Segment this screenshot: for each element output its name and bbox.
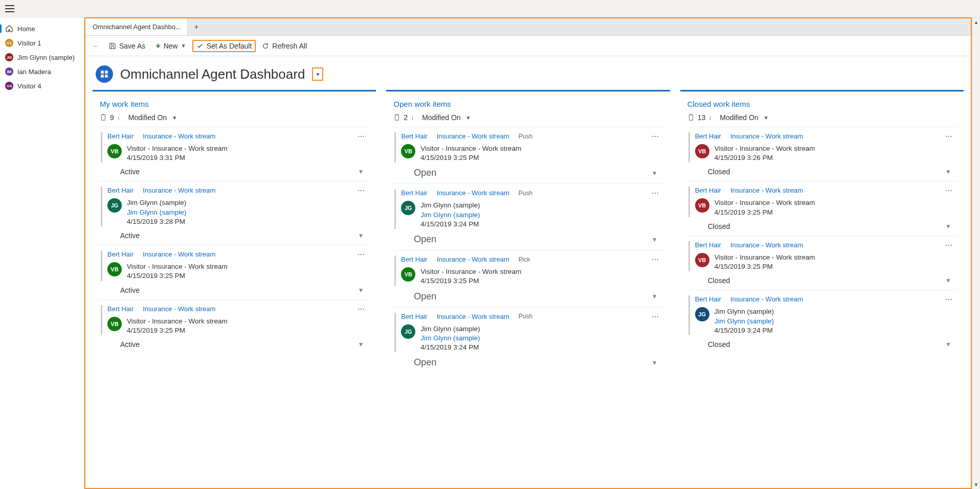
card-subject: Visitor - Insurance - Work stream [715, 253, 815, 262]
work-item-card[interactable]: ⋯Bert HairInsurance - Work streamVBVisit… [685, 127, 957, 181]
scroll-down-icon[interactable]: ▼ [974, 482, 978, 487]
refresh-all-button[interactable]: Refresh All [258, 40, 311, 52]
chevron-down-icon[interactable]: ▼ [652, 236, 658, 243]
card-contact-link[interactable]: Jim Glynn (sample) [127, 208, 186, 217]
card-stream-link[interactable]: Insurance - Work stream [143, 132, 215, 140]
column-select-toggle[interactable]: 2↓ [393, 113, 414, 122]
card-more-icon[interactable]: ⋯ [945, 295, 953, 304]
card-more-icon[interactable]: ⋯ [652, 313, 660, 321]
work-item-card[interactable]: ⋯Bert HairInsurance - Work streamPushJGJ… [391, 183, 663, 250]
card-owner-link[interactable]: Bert Hair [695, 187, 721, 194]
tab-dashboard[interactable]: Omnichannel Agent Dashbo... [85, 18, 188, 35]
nav-home[interactable]: Home [0, 21, 84, 36]
card-owner-link[interactable]: Bert Hair [401, 189, 427, 197]
chevron-down-icon[interactable]: ▼ [652, 170, 658, 177]
card-more-icon[interactable]: ⋯ [945, 241, 953, 249]
chevron-down-icon[interactable]: ▼ [652, 293, 658, 300]
column-sort[interactable]: Modified On▼ [720, 113, 768, 122]
card-more-icon[interactable]: ⋯ [652, 132, 660, 141]
card-more-icon[interactable]: ⋯ [652, 189, 660, 197]
card-more-icon[interactable]: ⋯ [945, 132, 953, 141]
set-default-button[interactable]: Set As Default [192, 40, 256, 52]
column-select-toggle[interactable]: 9↓ [100, 113, 120, 122]
card-owner-link[interactable]: Bert Hair [107, 305, 133, 313]
nav-session-label: Visitor 1 [17, 39, 41, 47]
card-more-icon[interactable]: ⋯ [358, 132, 366, 141]
card-more-icon[interactable]: ⋯ [358, 250, 366, 259]
column-sort[interactable]: Modified On▼ [422, 113, 471, 122]
card-stream-link[interactable]: Insurance - Work stream [437, 255, 509, 263]
card-stream-link[interactable]: Insurance - Work stream [143, 250, 215, 258]
card-more-icon[interactable]: ⋯ [358, 305, 366, 313]
chevron-down-icon[interactable]: ▼ [358, 287, 364, 294]
work-item-card[interactable]: ⋯Bert HairInsurance - Work streamPickVBV… [391, 250, 663, 307]
card-stream-link[interactable]: Insurance - Work stream [143, 305, 215, 313]
card-owner-link[interactable]: Bert Hair [107, 250, 133, 258]
card-owner-link[interactable]: Bert Hair [107, 132, 133, 140]
column-title: My work items [100, 100, 369, 108]
chevron-down-icon[interactable]: ▼ [358, 168, 364, 175]
new-label: New [164, 42, 178, 50]
work-item-card[interactable]: ⋯Bert HairInsurance - Work streamJGJim G… [98, 181, 370, 245]
chevron-down-icon[interactable]: ▼ [945, 168, 951, 175]
card-status: Closed [708, 276, 730, 285]
work-item-card[interactable]: ⋯Bert HairInsurance - Work streamPushVBV… [391, 127, 663, 183]
nav-session[interactable]: V1Visitor 1 [0, 36, 84, 50]
work-item-card[interactable]: ⋯Bert HairInsurance - Work streamVBVisit… [98, 245, 370, 299]
column-meta: 13↓Modified On▼ [685, 113, 959, 127]
card-owner-link[interactable]: Bert Hair [695, 132, 721, 140]
work-item-card[interactable]: ⋯Bert HairInsurance - Work streamVBVisit… [98, 127, 370, 181]
hamburger-menu-icon[interactable] [5, 5, 14, 12]
card-owner-link[interactable]: Bert Hair [695, 241, 721, 249]
card-stream-link[interactable]: Insurance - Work stream [437, 313, 509, 320]
tab-strip: Omnichannel Agent Dashbo... + [85, 18, 971, 36]
work-item-card[interactable]: ⋯Bert HairInsurance - Work streamVBVisit… [98, 299, 370, 354]
work-item-card[interactable]: ⋯Bert HairInsurance - Work streamVBVisit… [685, 181, 957, 235]
card-more-icon[interactable]: ⋯ [945, 187, 953, 195]
new-button[interactable]: + New ▼ [151, 39, 190, 53]
card-contact-link[interactable]: Jim Glynn (sample) [715, 317, 774, 326]
card-owner-link[interactable]: Bert Hair [401, 132, 427, 140]
column-select-toggle[interactable]: 13↓ [687, 113, 712, 122]
chevron-down-icon[interactable]: ▼ [358, 232, 364, 239]
work-item-card[interactable]: ⋯Bert HairInsurance - Work streamPushJGJ… [391, 307, 663, 374]
nav-session[interactable]: IMIan Madera [0, 64, 84, 79]
work-item-card[interactable]: ⋯Bert HairInsurance - Work streamVBVisit… [685, 236, 957, 290]
chevron-down-icon[interactable]: ▼ [652, 359, 658, 366]
back-icon[interactable]: ← [90, 42, 103, 50]
card-owner-link[interactable]: Bert Hair [401, 255, 427, 263]
chevron-down-icon[interactable]: ▼ [358, 341, 364, 348]
card-stream-link[interactable]: Insurance - Work stream [730, 187, 803, 194]
card-owner-link[interactable]: Bert Hair [695, 295, 721, 303]
card-contact-link[interactable]: Jim Glynn (sample) [420, 211, 480, 220]
nav-session[interactable]: V4Visitor 4 [0, 79, 84, 93]
card-stream-link[interactable]: Insurance - Work stream [437, 132, 509, 140]
save-as-button[interactable]: Save As [105, 40, 149, 52]
card-stream-link[interactable]: Insurance - Work stream [730, 295, 803, 303]
dashboard-picker-chevron[interactable]: ▼ [312, 67, 323, 81]
column-sort-label: Modified On [422, 113, 460, 122]
work-item-card[interactable]: ⋯Bert HairInsurance - Work streamJGJim G… [685, 290, 957, 354]
card-tag: Push [519, 190, 532, 197]
card-stream-link[interactable]: Insurance - Work stream [730, 241, 803, 249]
chevron-down-icon[interactable]: ▼ [945, 341, 951, 348]
column-sort[interactable]: Modified On▼ [128, 113, 177, 122]
card-owner-link[interactable]: Bert Hair [107, 187, 133, 194]
column-meta: 9↓Modified On▼ [98, 113, 371, 127]
scrollbar[interactable]: ▲ ▼ [972, 17, 980, 489]
chevron-down-icon[interactable]: ▼ [945, 277, 951, 284]
card-contact-link[interactable]: Jim Glynn (sample) [420, 334, 480, 343]
tab-add-button[interactable]: + [188, 18, 205, 35]
nav-session[interactable]: JGJim Glynn (sample) [0, 50, 84, 64]
card-status: Closed [708, 222, 730, 230]
card-stream-link[interactable]: Insurance - Work stream [437, 189, 509, 197]
avatar-icon: VB [695, 253, 709, 267]
avatar-icon: VB [107, 317, 122, 331]
card-stream-link[interactable]: Insurance - Work stream [730, 132, 803, 140]
card-stream-link[interactable]: Insurance - Work stream [143, 187, 215, 194]
chevron-down-icon[interactable]: ▼ [945, 223, 951, 230]
card-more-icon[interactable]: ⋯ [358, 187, 366, 195]
scroll-up-icon[interactable]: ▲ [974, 19, 978, 25]
card-more-icon[interactable]: ⋯ [652, 255, 660, 264]
card-owner-link[interactable]: Bert Hair [401, 313, 427, 320]
